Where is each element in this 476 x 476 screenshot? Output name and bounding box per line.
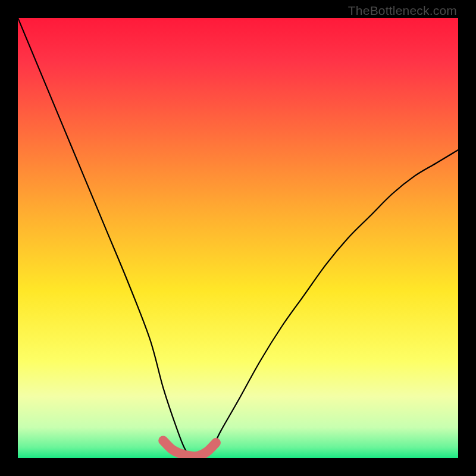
curve-layer <box>18 18 458 458</box>
optimal-highlight <box>163 440 216 456</box>
attribution-text: TheBottleneck.com <box>348 4 457 18</box>
chart-frame: TheBottleneck.com <box>0 0 476 476</box>
plot-area <box>18 18 458 458</box>
bottleneck-curve <box>18 18 458 458</box>
